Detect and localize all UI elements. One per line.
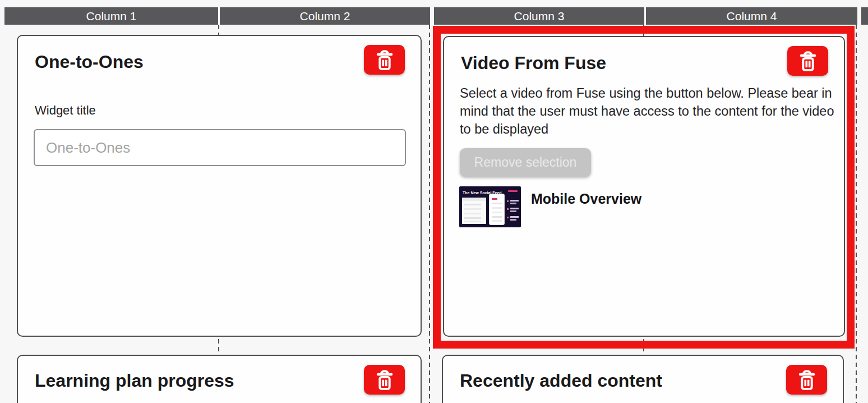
widget-card-video-from-fuse[interactable]: Video From Fuse Select a video from Fuse…: [443, 36, 845, 337]
selected-video-title: Mobile Overview: [531, 191, 641, 207]
thumbnail-bullet-lines: [507, 216, 519, 221]
column-header-2: Column 2: [220, 7, 430, 25]
widget-card-learning-plan-progress[interactable]: Learning plan progress: [17, 355, 422, 403]
column-header-3: Column 3: [434, 7, 644, 25]
column-header-label: Column 2: [300, 10, 350, 23]
delete-widget-button[interactable]: [364, 365, 405, 395]
delete-widget-button[interactable]: [787, 46, 828, 76]
thumbnail-phone-mockup: [489, 194, 505, 225]
widget-description: Select a video from Fuse using the butto…: [460, 84, 839, 138]
trash-icon: [375, 369, 395, 391]
thumbnail-desktop-mockup: [462, 198, 486, 224]
thumbnail-bullet-lines: [507, 200, 519, 204]
trash-icon: [375, 49, 395, 71]
column-divider-line: [429, 25, 430, 403]
column-divider-line: [856, 25, 857, 403]
widget-card-recently-added-content[interactable]: Recently added content: [442, 355, 844, 403]
widget-title: Recently added content: [460, 370, 662, 391]
delete-widget-button[interactable]: [786, 365, 827, 395]
widget-title-input[interactable]: [34, 129, 406, 166]
remove-selection-button[interactable]: Remove selection: [460, 148, 591, 177]
selected-video-row: The New Social Feed Mobile Overview: [459, 186, 824, 231]
trash-icon: [797, 369, 817, 391]
delete-widget-button[interactable]: [364, 45, 405, 75]
widget-title-field-label: Widget title: [35, 103, 96, 118]
widget-title: One-to-Ones: [35, 52, 144, 72]
column-header-4: Column 4: [646, 7, 857, 25]
widget-title: Learning plan progress: [35, 370, 234, 391]
thumbnail-brand-mark: [508, 190, 518, 192]
column-header-overflow: [861, 7, 868, 25]
trash-icon: [798, 50, 818, 72]
video-thumbnail: The New Social Feed: [459, 186, 521, 227]
column-header-label: Column 4: [727, 10, 777, 23]
column-header-1: Column 1: [4, 7, 218, 25]
thumbnail-bullet-lines: [507, 208, 519, 212]
column-header-label: Column 1: [86, 10, 137, 23]
widget-title: Video From Fuse: [461, 53, 606, 74]
widget-card-one-to-ones[interactable]: One-to-Ones Widget title: [17, 35, 422, 337]
column-header-label: Column 3: [514, 10, 565, 23]
